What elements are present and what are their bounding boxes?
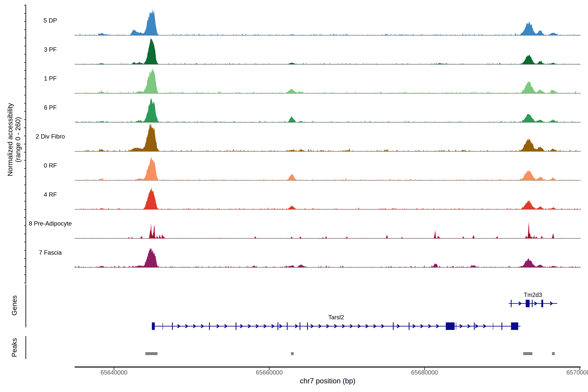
coverage-track-1-pf [75,69,581,94]
x-axis-title: chr7 position (bp) [300,377,356,385]
track-label: 0 RF [44,162,57,169]
coverage-track-8-pre-adipocyte [75,222,581,238]
coverage-track-0-rf [75,157,581,180]
coverage-track-3-pf [75,38,581,64]
track-label: 4 RF [44,191,57,198]
peak-region-box [552,352,555,355]
coverage-plot-figure: Normalized accessibility (range 0 - 260)… [0,0,588,392]
peak-region-box [145,352,158,355]
gene-name-label: Tarsl2 [328,314,344,321]
coverage-track-7-fascia [75,248,581,268]
track-label: 7 Fascia [39,249,62,256]
coverage-track-6-pf [75,98,581,122]
coverage-track-2-div-fibro [75,123,581,151]
peaks-panel-label: Peaks [10,338,18,357]
x-axis-tick-label: 65680000 [411,369,438,376]
track-label: 5 DP [44,17,57,24]
gene-model-tarsl2 [152,322,520,330]
gene-name-label: Tm2d3 [524,292,542,298]
x-axis-tick-label: 65700000 [566,369,588,376]
peak-region-box [291,352,294,355]
x-axis-tick-label: 65660000 [256,369,283,376]
x-axis-tick-label: 65640000 [100,369,128,376]
track-label: 6 PF [44,104,57,111]
plot-canvas [0,0,588,392]
track-label: 8 Pre-Adipocyte [29,220,72,227]
gene-model-tm2d3 [509,300,557,307]
y-axis-title-range: (range 0 - 260) [14,117,22,162]
coverage-track-5-dp [75,9,581,36]
track-label: 1 PF [44,75,57,82]
y-axis-title: Normalized accessibility [6,103,14,176]
genes-panel-label: Genes [10,295,18,316]
track-label: 2 Div Fibro [36,133,65,140]
peak-region-box [523,352,532,355]
coverage-track-4-rf [75,187,581,209]
track-label: 3 PF [44,46,57,53]
